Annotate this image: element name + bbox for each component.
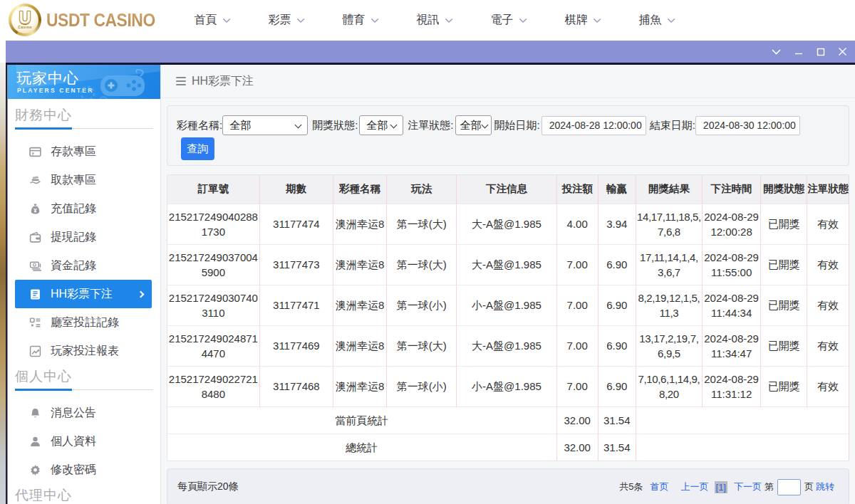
sidebar-item-bell[interactable]: 消息公告 [15, 399, 152, 427]
window-minimize-icon[interactable] [787, 41, 809, 63]
table-cell: 8,2,19,12,1,5,11,3 [636, 285, 702, 325]
table-cell: 有效 [807, 285, 849, 325]
filter-label-draw-status: 開獎狀態: [312, 119, 358, 132]
table-row: 215217249030740311031177471澳洲幸运8第一球(小)小-… [167, 285, 849, 325]
sidebar-item-report-chart[interactable]: 玩家投注報表 [15, 337, 152, 365]
table-row: 215217249022721848031177468澳洲幸运8第一球(小)小-… [167, 366, 849, 406]
sidebar-item-wallet[interactable]: 提現記錄 [15, 223, 152, 251]
chevron-down-icon [667, 15, 675, 23]
jump-button[interactable]: 跳转 [816, 481, 834, 493]
sidebar-item-banknotes[interactable]: 資金記錄 [15, 251, 152, 280]
table-cell: 有效 [807, 204, 849, 244]
nav-item-1[interactable]: 首頁 [174, 0, 248, 41]
table-cell: 31177468 [259, 366, 333, 406]
table-cell: 有效 [807, 244, 849, 285]
summary-win-loss: 31.54 [598, 434, 636, 461]
table-cell: 已開獎 [761, 285, 807, 325]
main-nav: 首頁彩票體育視訊電子棋牌捕魚 [174, 0, 693, 41]
nav-item-label: 捕魚 [639, 13, 662, 28]
end-date-input[interactable]: 2024-08-30 12:00:00 [695, 116, 800, 135]
bets-table-panel: 訂單號期數彩種名稱玩法下注信息投注額輸贏開獎結果下注時間開獎狀態注單狀態 215… [167, 174, 849, 461]
sidebar-item-room-records[interactable]: 廳室投註記錄 [15, 308, 152, 337]
brand-name: USDT CASINO [46, 9, 155, 31]
sidebar-item-label: 充值記錄 [51, 201, 96, 216]
next-page-link[interactable]: 下一页 [734, 481, 762, 493]
room-records-icon [29, 317, 41, 329]
sidebar-item-withdraw-hand[interactable]: 取款專區 [15, 166, 152, 194]
table-cell: 已開獎 [761, 244, 807, 285]
table-cell: 2024-08-29 11:34:47 [703, 325, 761, 366]
table-cell: 澳洲幸运8 [333, 325, 386, 366]
brand-logo[interactable]: U Casino USDT CASINO [9, 4, 170, 36]
chevron-down-icon [593, 15, 601, 23]
sidebar-item-lottery-book[interactable]: HH彩票下注 [15, 280, 152, 308]
table-cell: 6.90 [598, 366, 636, 406]
window-close-icon[interactable] [831, 41, 854, 63]
total-count-label: 共5条 [619, 481, 643, 493]
window-dropdown-icon[interactable] [765, 41, 787, 63]
decor-circles [78, 83, 110, 99]
chevron-down-icon [519, 15, 527, 23]
nav-item-5[interactable]: 電子 [470, 0, 544, 41]
nav-item-6[interactable]: 棋牌 [544, 0, 618, 41]
table-cell: 大-A盤@1.985 [457, 204, 556, 244]
nav-item-4[interactable]: 視訊 [396, 0, 470, 41]
column-header: 投注額 [556, 175, 598, 204]
start-date-input[interactable]: 2024-08-28 12:00:00 [542, 116, 646, 135]
nav-item-label: 棋牌 [565, 13, 588, 28]
jump-prefix-label: 第 [765, 481, 774, 493]
table-row: 215217249040288173031177474澳洲幸运8第一球(大)大-… [167, 204, 849, 244]
banknotes-icon [29, 260, 41, 272]
search-button[interactable]: 查詢 [181, 137, 214, 160]
filter-row: 彩種名稱:全部開獎狀態:全部注單狀態:全部開始日期:2024-08-28 12:… [177, 115, 849, 135]
page-jump-input[interactable] [777, 479, 801, 495]
table-row: 215217249037004590031177473澳洲幸运8第一球(大)大-… [167, 244, 849, 285]
column-header: 期數 [259, 175, 333, 204]
sidebar-item-person[interactable]: 個人資料 [15, 427, 152, 456]
nav-item-2[interactable]: 彩票 [248, 0, 322, 41]
table-cell: 大-A盤@1.985 [457, 244, 556, 285]
main-content: HH彩票下注 彩種名稱:全部開獎狀態:全部注單狀態:全部開始日期:2024-08… [161, 65, 855, 504]
nav-item-label: 體育 [343, 13, 366, 28]
lottery-name-select[interactable]: 全部 [222, 115, 308, 135]
sidebar-section-title: 代理中心 [15, 488, 160, 503]
sidebar-item-gear[interactable]: 修改密碼 [15, 456, 152, 484]
summary-label: 總統計 [167, 434, 556, 461]
table-cell: 2024-08-29 11:44:34 [703, 285, 761, 325]
coin-logo-icon: U Casino [9, 4, 41, 36]
sidebar-item-bank-card[interactable]: 存款專區 [15, 137, 152, 166]
table-cell: 2152172490307403110 [167, 285, 259, 325]
summary-bet-total: 32.00 [556, 406, 598, 434]
hamburger-icon[interactable] [176, 76, 186, 87]
page-size-label: 每頁顯示20條 [177, 481, 239, 493]
first-page-link[interactable]: 首页 [651, 481, 669, 493]
nav-item-7[interactable]: 捕魚 [618, 0, 693, 41]
top-navbar: U Casino USDT CASINO 首頁彩票體育視訊電子棋牌捕魚 [0, 0, 855, 41]
page-title: HH彩票下注 [192, 74, 254, 89]
bank-card-icon [29, 146, 41, 158]
table-cell: 2024-08-29 11:31:12 [703, 366, 761, 406]
bell-icon [29, 407, 41, 419]
bet-status-select[interactable]: 全部 [455, 115, 492, 135]
sidebar-section-title: 財務中心 [15, 107, 160, 122]
sidebar-item-label: 個人資料 [51, 434, 96, 449]
table-cell: 2152172490370045900 [167, 244, 259, 285]
sidebar-item-label: 資金記錄 [51, 258, 96, 273]
draw-status-select[interactable]: 全部 [359, 115, 403, 135]
sidebar-item-label: 存款專區 [51, 145, 96, 159]
sidebar-section-underline [15, 127, 153, 129]
player-center-window: 玩家中心 PLAYERS CENTER 財務中心存款專區取款專區充值記錄提現記錄… [6, 63, 855, 504]
prev-page-link[interactable]: 上一页 [681, 481, 709, 493]
table-cell: 13,17,2,19,7,6,9,5 [636, 325, 702, 366]
nav-item-label: 視訊 [417, 13, 440, 28]
table-cell: 31177469 [259, 325, 333, 366]
table-cell: 第一球(小) [387, 366, 457, 406]
gear-icon [29, 464, 41, 476]
table-cell: 7.00 [556, 366, 598, 406]
sidebar-item-label: 取款專區 [51, 173, 96, 188]
sidebar-item-label: 修改密碼 [51, 463, 96, 478]
sidebar-item-money-bag[interactable]: 充值記錄 [15, 194, 152, 223]
window-maximize-icon[interactable] [809, 41, 831, 63]
table-cell: 3.94 [598, 204, 636, 244]
nav-item-3[interactable]: 體育 [322, 0, 396, 41]
